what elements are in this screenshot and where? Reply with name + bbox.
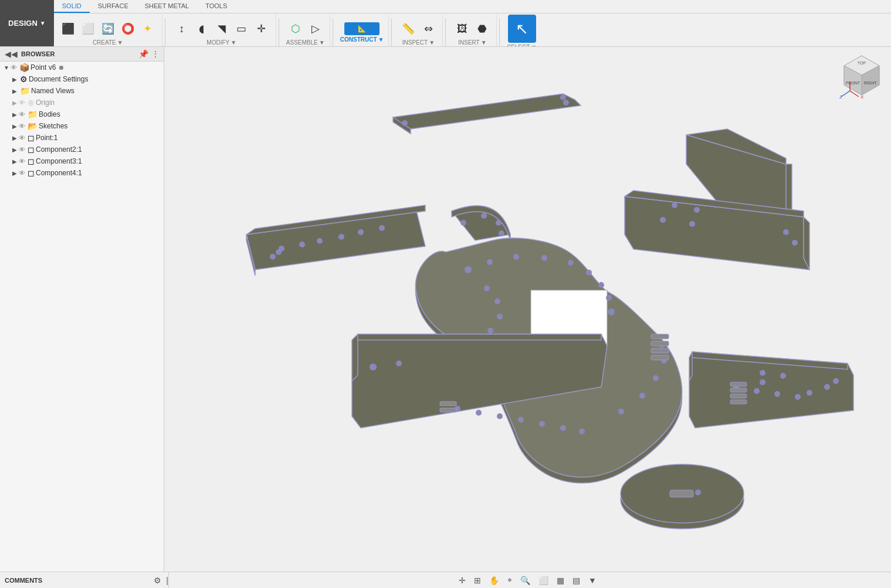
hole-button[interactable]: ⭕ xyxy=(118,19,137,38)
svg-point-28 xyxy=(338,234,344,240)
viewcube[interactable]: TOP FRONT RIGHT Z X xyxy=(838,53,885,100)
visibility-icon[interactable]: 👁 xyxy=(11,64,17,71)
svg-point-79 xyxy=(833,378,839,384)
svg-point-42 xyxy=(608,308,615,315)
svg-point-75 xyxy=(774,391,780,397)
snap-status-icon[interactable]: ⌖ xyxy=(505,574,514,586)
svg-point-77 xyxy=(807,390,812,396)
display-mode-icon[interactable]: ⬜ xyxy=(536,575,551,586)
assemble-label[interactable]: ASSEMBLE ▼ xyxy=(286,39,325,46)
svg-point-3 xyxy=(402,120,408,126)
chevron-icon: ▶ xyxy=(11,170,19,176)
tree-item-component3[interactable]: ▶ 👁 ◻ Component3:1 xyxy=(0,155,164,167)
measure-button[interactable]: 📏 xyxy=(399,19,418,38)
revolve-icon: 🔄 xyxy=(101,22,114,35)
shell-button[interactable]: ▭ xyxy=(232,19,251,38)
chevron-icon: ▶ xyxy=(11,100,19,106)
measure-status-icon[interactable]: ▦ xyxy=(554,575,567,586)
svg-point-35 xyxy=(487,259,493,265)
visibility-icon[interactable]: 👁 xyxy=(19,146,25,153)
tree-item-document-settings[interactable]: ▶ ⚙ Document Settings xyxy=(0,73,164,85)
create-label[interactable]: CREATE ▼ xyxy=(93,39,123,46)
browser-title: BROWSER xyxy=(21,50,135,57)
tree-item-component2[interactable]: ▶ 👁 ◻ Component2:1 xyxy=(0,144,164,155)
tree-item-sketches[interactable]: ▶ 👁 📂 Sketches xyxy=(0,120,164,132)
insert-mesh-button[interactable]: ⬣ xyxy=(473,19,492,38)
as-built-joint-button[interactable]: ▷ xyxy=(306,19,325,38)
insert-image-icon: 🖼 xyxy=(457,23,467,35)
tree-item-point-v6[interactable]: ▼ 👁 📦 Point v6 ⏺ xyxy=(0,62,164,73)
tree-label-point-v6: Point v6 xyxy=(31,63,56,72)
grid-status-icon[interactable]: ⊞ xyxy=(472,575,483,586)
svg-text:Z: Z xyxy=(839,94,842,100)
browser-pin-button[interactable]: 📌 xyxy=(138,49,148,59)
toolbar-tabs-row: SOLID SURFACE SHEET METAL TOOLS xyxy=(54,0,891,13)
component-box-icon: ◻ xyxy=(28,145,35,154)
joint-button[interactable]: ⬡ xyxy=(286,19,305,38)
insert-dropdown-icon: ▼ xyxy=(481,39,487,46)
display-settings-icon[interactable]: ▤ xyxy=(570,575,582,586)
svg-rect-82 xyxy=(730,388,747,392)
construct-label[interactable]: CONSTRUCT ▼ xyxy=(340,36,384,43)
browser-collapse-button[interactable]: ◀◀ xyxy=(5,49,18,59)
select-label[interactable]: SELECT ▼ xyxy=(507,44,537,46)
tree-item-origin[interactable]: ▶ 👁 ⊕ Origin xyxy=(0,97,164,108)
design-chevron-icon: ▼ xyxy=(40,20,46,26)
visibility-icon[interactable]: 👁 xyxy=(19,111,25,118)
extrude-icon: ⬜ xyxy=(82,22,94,35)
new-component-button[interactable]: ⬛ xyxy=(59,19,77,38)
svg-point-76 xyxy=(795,394,801,400)
chamfer-button[interactable]: ◥ xyxy=(212,19,231,38)
move-button[interactable]: ✛ xyxy=(252,19,271,38)
move-status-icon[interactable]: ✛ xyxy=(456,575,468,586)
revolve-button[interactable]: 🔄 xyxy=(99,19,117,38)
visibility-icon[interactable]: 👁 xyxy=(19,134,25,141)
chevron-icon: ▶ xyxy=(11,123,19,130)
insert-image-button[interactable]: 🖼 xyxy=(453,19,472,38)
comments-expand-icon[interactable]: | xyxy=(166,576,168,585)
visibility-icon[interactable]: 👁 xyxy=(19,158,25,165)
insert-icons: 🖼 ⬣ xyxy=(453,19,492,38)
svg-point-41 xyxy=(606,295,612,301)
construct-button[interactable]: 📐 xyxy=(344,22,380,35)
comments-settings-icon[interactable]: ⚙ xyxy=(154,576,161,585)
fillet-button[interactable]: ◖ xyxy=(192,19,211,38)
svg-rect-89 xyxy=(670,490,693,497)
tab-solid[interactable]: SOLID xyxy=(54,0,90,13)
comments-label: COMMENTS xyxy=(5,577,149,584)
tab-tools[interactable]: TOOLS xyxy=(197,0,235,13)
toolbar-wrapper: SOLID SURFACE SHEET METAL TOOLS ⬛ ⬜ 🔄 xyxy=(54,0,891,46)
browser-options-button[interactable]: ⋮ xyxy=(152,50,159,58)
pan-status-icon[interactable]: ✋ xyxy=(487,575,502,586)
interference-button[interactable]: ⇔ xyxy=(419,19,438,38)
extrude-button[interactable]: ⬜ xyxy=(79,19,97,38)
bodies-folder-icon: 📁 xyxy=(28,110,38,119)
visibility-icon[interactable]: 👁 xyxy=(19,99,25,106)
viewport[interactable]: TOP FRONT RIGHT Z X xyxy=(164,47,891,572)
pattern-button[interactable]: ✦ xyxy=(138,19,157,38)
tree-item-bodies[interactable]: ▶ 👁 📁 Bodies xyxy=(0,108,164,120)
svg-rect-83 xyxy=(730,394,747,398)
tree-item-named-views[interactable]: ▶ 📁 Named Views xyxy=(0,85,164,97)
more-status-icon[interactable]: ▼ xyxy=(586,575,599,586)
tree-label-document-settings: Document Settings xyxy=(29,75,88,83)
visibility-icon[interactable]: 👁 xyxy=(19,123,25,130)
inspect-label[interactable]: INSPECT ▼ xyxy=(402,39,435,46)
insert-label[interactable]: INSERT ▼ xyxy=(458,39,486,46)
select-button[interactable]: ↖ xyxy=(508,15,536,43)
part-disk xyxy=(621,464,744,529)
sep-6 xyxy=(499,18,500,47)
zoom-status-icon[interactable]: 🔍 xyxy=(518,575,533,586)
visibility-icon[interactable]: 👁 xyxy=(19,169,25,176)
tree-item-component4[interactable]: ▶ 👁 ◻ Component4:1 xyxy=(0,167,164,179)
measure-icon: 📏 xyxy=(402,22,415,35)
browser-panel: ◀◀ BROWSER 📌 ⋮ ▼ 👁 📦 Point v6 ⏺ ▶ ⚙ Docu… xyxy=(0,47,164,572)
svg-point-49 xyxy=(494,298,500,304)
tab-sheet-metal[interactable]: SHEET METAL xyxy=(137,0,197,13)
design-button[interactable]: DESIGN ▼ xyxy=(0,0,54,46)
tab-surface[interactable]: SURFACE xyxy=(90,0,137,13)
modify-label[interactable]: MODIFY ▼ xyxy=(206,39,236,46)
press-pull-button[interactable]: ↕ xyxy=(172,19,191,38)
svg-rect-68 xyxy=(440,402,456,406)
tree-item-point1[interactable]: ▶ 👁 ◻ Point:1 xyxy=(0,132,164,144)
